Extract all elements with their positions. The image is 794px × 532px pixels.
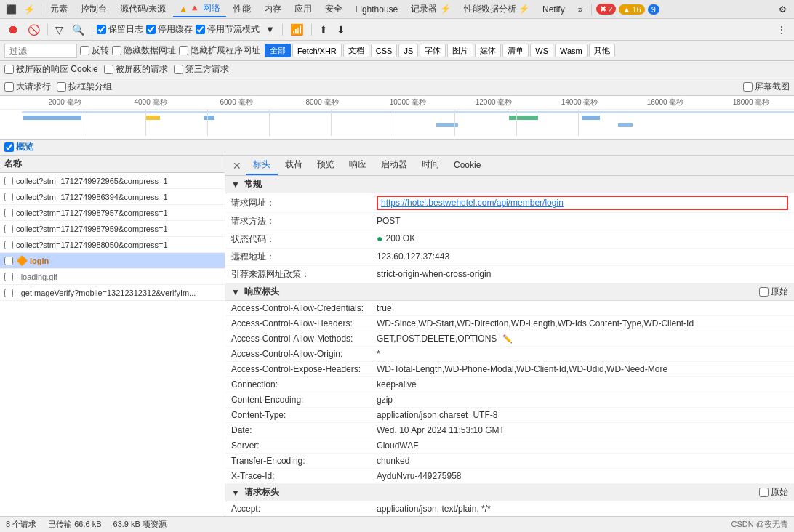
tl-14000: 14000 毫秒 [537, 97, 622, 108]
throttle-dropdown[interactable]: ▼ [262, 23, 278, 36]
blocked-cookies-checkbox[interactable]: 被屏蔽的响应 Cookie [4, 63, 98, 76]
item-checkbox[interactable] [4, 241, 13, 249]
import-button[interactable]: ⬆ [316, 23, 331, 37]
item-checkbox[interactable] [4, 257, 13, 265]
type-doc[interactable]: 文档 [343, 44, 369, 57]
type-other[interactable]: 其他 [589, 44, 615, 57]
tl-16000: 16000 毫秒 [622, 97, 708, 108]
item-checkbox[interactable] [4, 193, 13, 201]
item-checkbox[interactable] [4, 225, 13, 233]
referrer-policy-label: 引荐来源网址政策： [231, 268, 377, 281]
request-url-value[interactable]: https://hotel.bestwehotel.com/api/member… [377, 196, 788, 210]
item-checkbox[interactable] [4, 289, 13, 297]
export-button[interactable]: ⬇ [334, 23, 348, 37]
requests-panel: 名称 collect?stm=1712749972965&compress=1 … [0, 156, 225, 516]
remote-address-label: 远程地址： [231, 251, 377, 263]
disable-cache-checkbox[interactable]: 停用缓存 [146, 23, 193, 36]
type-media[interactable]: 媒体 [475, 44, 501, 57]
record-button[interactable]: ⏺ [4, 22, 22, 38]
date-row: Date: Wed, 10 Apr 2024 11:53:10 GMT [225, 423, 794, 438]
preserve-log-checkbox[interactable]: 保留日志 [97, 23, 143, 36]
requests-header: 名称 [0, 156, 225, 173]
menu-recorder[interactable]: 记录器 ⚡ [405, 1, 456, 17]
type-fetch-xhr[interactable]: Fetch/XHR [292, 44, 342, 57]
menu-network[interactable]: ▲ 🔺 网络 [173, 1, 225, 17]
response-headers-section-header[interactable]: ▼ 响应标头 原始 [225, 283, 794, 301]
menu-netify[interactable]: Netify [537, 3, 571, 16]
menu-performance[interactable]: 性能 [228, 1, 257, 17]
dock-button[interactable]: ⋮ [774, 23, 790, 37]
xtrace-row: X-Trace-Id: AyduNvru-449275958 [225, 469, 794, 484]
list-item[interactable]: collect?stm=1712749972965&compress=1 [0, 173, 225, 189]
filter-input[interactable] [4, 44, 77, 58]
connection-value: keep-alive [377, 379, 788, 390]
list-item[interactable]: collect?stm=1712749988050&compress=1 [0, 237, 225, 253]
menu-more[interactable]: » [572, 3, 589, 16]
tab-timing[interactable]: 时间 [414, 156, 446, 175]
type-ws[interactable]: WS [530, 44, 553, 57]
menu-memory[interactable]: 内存 [258, 1, 287, 17]
type-all[interactable]: 全部 [265, 44, 291, 57]
third-party-checkbox[interactable]: 第三方请求 [174, 63, 229, 76]
menu-console[interactable]: 控制台 [75, 1, 113, 17]
request-method-row: 请求方法： POST [225, 213, 794, 230]
tab-cookies[interactable]: Cookie [446, 157, 488, 174]
filter-button[interactable]: ▽ [52, 23, 66, 37]
list-item[interactable]: collect?stm=1712749987957&compress=1 [0, 205, 225, 221]
tab-headers[interactable]: 标头 [246, 156, 278, 175]
tab-preview[interactable]: 预览 [310, 156, 342, 175]
tab-response[interactable]: 响应 [342, 156, 374, 175]
devtools-icon1[interactable]: ⬛ [3, 3, 20, 16]
menu-security[interactable]: 安全 [319, 1, 348, 17]
request-headers-section-header[interactable]: ▼ 请求标头 原始 [225, 484, 794, 501]
response-original-checkbox[interactable]: 原始 [759, 286, 788, 298]
list-item-loading[interactable]: - loading.gif [0, 269, 225, 285]
item-checkbox[interactable] [4, 177, 13, 185]
blocked-requests-checkbox[interactable]: 被屏蔽的请求 [104, 63, 168, 76]
search-button[interactable]: 🔍 [69, 23, 87, 37]
type-manifest[interactable]: 清单 [502, 44, 529, 57]
tl-4000: 4000 毫秒 [108, 97, 193, 108]
menu-application[interactable]: 应用 [289, 1, 318, 17]
reverse-checkbox[interactable]: 反转 [80, 44, 109, 57]
hide-extension-urls-checkbox[interactable]: 隐藏扩展程序网址 [179, 44, 260, 57]
content-type-label: Content-Type: [231, 410, 377, 420]
item-checkbox[interactable] [4, 209, 13, 217]
large-rows-checkbox[interactable]: 大请求行 [4, 81, 51, 93]
menu-lighthouse[interactable]: Lighthouse [350, 3, 404, 16]
menu-elements[interactable]: 元素 [44, 1, 73, 17]
xtrace-value: AyduNvru-449275958 [377, 471, 788, 481]
wifi-icon[interactable]: 📶 [287, 22, 307, 38]
tab-payload[interactable]: 载荷 [278, 156, 310, 175]
type-img[interactable]: 图片 [447, 44, 473, 57]
request-original-checkbox[interactable]: 原始 [759, 486, 788, 499]
list-item[interactable]: collect?stm=1712749986394&compress=1 [0, 189, 225, 205]
type-js[interactable]: JS [398, 44, 418, 57]
list-item-login[interactable]: 🔶 login [0, 253, 225, 269]
item-name-login: login [30, 257, 49, 265]
item-checkbox[interactable] [4, 273, 13, 281]
watermark: CSDN @夜无青 [731, 519, 788, 530]
screenshot-checkbox[interactable]: 屏幕截图 [743, 81, 790, 93]
tab-close-button[interactable]: ✕ [228, 158, 246, 173]
type-font[interactable]: 字体 [420, 44, 446, 57]
settings-icon[interactable]: ⚙ [774, 3, 791, 16]
status-code-row: 状态代码： ● 200 OK [225, 230, 794, 249]
item-name: collect?stm=1712749987957&compress=1 [16, 209, 168, 217]
tab-initiator[interactable]: 启动器 [374, 156, 414, 175]
menu-sources[interactable]: 源代码/来源 [114, 1, 172, 17]
devtools-icon2[interactable]: ⚡ [21, 3, 38, 16]
disable-throttle-checkbox[interactable]: 停用节流模式 [196, 23, 260, 36]
list-item-verify[interactable]: - getImageVerify?mobile=13212312312&veri… [0, 285, 225, 301]
menu-performance-insights[interactable]: 性能数据分析 ⚡ [458, 1, 535, 17]
hide-data-urls-checkbox[interactable]: 隐藏数据网址 [112, 44, 176, 57]
type-css[interactable]: CSS [371, 44, 398, 57]
overview-checkbox[interactable]: 概览 [4, 141, 33, 153]
edit-methods-icon[interactable]: ✏️ [502, 334, 513, 344]
list-item[interactable]: collect?stm=1712749987959&compress=1 [0, 221, 225, 237]
general-section-header[interactable]: ▼ 常规 [225, 176, 794, 193]
requests-list: collect?stm=1712749972965&compress=1 col… [0, 173, 225, 516]
type-wasm[interactable]: Wasm [555, 44, 588, 57]
group-by-frame-checkbox[interactable]: 按框架分组 [57, 81, 112, 93]
clear-button[interactable]: 🚫 [25, 23, 43, 37]
